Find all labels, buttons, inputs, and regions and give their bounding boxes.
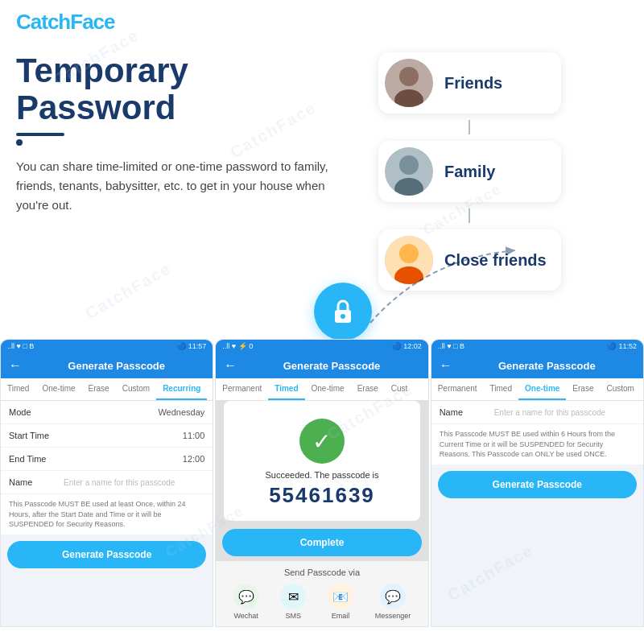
main-content: Temporary Password You can share time-li… bbox=[0, 44, 644, 291]
tab-onetime-1[interactable]: One-time bbox=[35, 378, 81, 400]
share-title: Send Passcode via bbox=[222, 568, 421, 577]
field-mode: Mode Wednesday bbox=[1, 401, 213, 424]
generate-btn-1[interactable]: Generate Passcode bbox=[7, 541, 206, 568]
field-start-time: Start Time 11:00 bbox=[1, 424, 213, 448]
hero-title: Temporary Password bbox=[16, 52, 362, 126]
svg-point-1 bbox=[399, 67, 419, 86]
title-bar-2: ← Generate Passcode bbox=[216, 353, 427, 378]
title-bar-1: ← Generate Passcode bbox=[1, 353, 213, 378]
complete-btn[interactable]: Complete bbox=[222, 529, 421, 556]
avatar-friends bbox=[385, 59, 433, 107]
svg-point-10 bbox=[341, 314, 345, 319]
lock-area bbox=[121, 291, 644, 339]
share-email[interactable]: 📧 Email bbox=[328, 584, 353, 620]
logo-face: Face bbox=[70, 10, 114, 34]
person-label-friends: Friends bbox=[444, 74, 502, 93]
tab-recurring-1[interactable]: Recurring bbox=[156, 378, 207, 400]
title-bar-3: ← Generate Passcode bbox=[431, 353, 643, 378]
field-name-1[interactable]: Name Enter a name for this passcode bbox=[1, 471, 213, 494]
left-section: Temporary Password You can share time-li… bbox=[16, 52, 362, 291]
tabs-row-2: Permanent Timed One-time Erase Cust bbox=[216, 378, 427, 401]
tabs-row-1: Timed One-time Erase Custom Recurring bbox=[1, 378, 213, 401]
tab-custom-3[interactable]: Custom bbox=[600, 378, 640, 400]
form-note-3: This Passcode MUST BE used within 6 Hour… bbox=[431, 424, 643, 464]
tab-erase-2[interactable]: Erase bbox=[351, 378, 385, 400]
share-wechat[interactable]: 💬 Wechat bbox=[233, 584, 259, 620]
status-bar-1: ..ll ♥ □ B 🔵 11:57 bbox=[1, 340, 213, 353]
form-note-1: This Passcode MUST BE used at least Once… bbox=[1, 494, 213, 535]
hero-description: You can share time-limited or one-time p… bbox=[16, 157, 330, 215]
logo-catch: Catch bbox=[16, 10, 70, 34]
phone-screen-2: ..ll ♥ ⚡ 0 🔵 12:02 ← Generate Passcode P… bbox=[215, 339, 428, 627]
generate-btn-3[interactable]: Generate Passcode bbox=[438, 471, 637, 498]
title-underline bbox=[16, 133, 64, 136]
tab-onetime-3[interactable]: One-time bbox=[518, 378, 566, 400]
phone-screen-3: ..ll ♥ □ B 🔵 11:52 ← Generate Passcode P… bbox=[431, 339, 644, 627]
share-icons-row: 💬 Wechat ✉ SMS 📧 Email bbox=[222, 584, 421, 620]
connector-2 bbox=[378, 208, 561, 223]
person-card-family: Family bbox=[378, 141, 561, 202]
field-end-time: End Time 12:00 bbox=[1, 448, 213, 471]
tab-onetime-2[interactable]: One-time bbox=[305, 378, 351, 400]
tab-custom-1[interactable]: Custom bbox=[116, 378, 156, 400]
screen-title-1: Generate Passcode bbox=[28, 360, 204, 372]
logo: CatchFace bbox=[16, 10, 115, 35]
tab-erase-3[interactable]: Erase bbox=[566, 378, 600, 400]
tab-erase-1[interactable]: Erase bbox=[82, 378, 116, 400]
share-section: Send Passcode via 💬 Wechat ✉ SMS 📧 bbox=[216, 561, 427, 626]
tab-cust-2[interactable]: Cust bbox=[385, 378, 415, 400]
passcode-display: 55461639 bbox=[224, 483, 419, 508]
tab-perm-2[interactable]: Permanent bbox=[216, 378, 268, 400]
status-bar-3: ..ll ♥ □ B 🔵 11:52 bbox=[431, 340, 643, 353]
back-arrow-1[interactable]: ← bbox=[9, 358, 22, 373]
back-arrow-3[interactable]: ← bbox=[440, 358, 452, 373]
share-messenger[interactable]: 💬 Messenger bbox=[375, 584, 411, 620]
screen-title-3: Generate Passcode bbox=[459, 360, 635, 372]
title-block: Temporary Password bbox=[16, 52, 362, 146]
back-arrow-2[interactable]: ← bbox=[224, 358, 237, 373]
tab-timed-2[interactable]: Timed bbox=[268, 378, 304, 400]
person-label-family: Family bbox=[444, 163, 495, 181]
share-sms[interactable]: ✉ SMS bbox=[280, 584, 306, 620]
title-dot bbox=[16, 139, 23, 146]
screen-title-2: Generate Passcode bbox=[243, 360, 419, 372]
tab-timed-3[interactable]: Timed bbox=[484, 378, 518, 400]
status-bar-2: ..ll ♥ ⚡ 0 🔵 12:02 bbox=[216, 340, 427, 353]
success-icon-wrap: ✓ bbox=[224, 419, 419, 464]
svg-point-4 bbox=[399, 155, 419, 175]
success-text: Succeeded. The passcode is bbox=[224, 470, 419, 480]
phone-screen-1: ..ll ♥ □ B 🔵 11:57 ← Generate Passcode T… bbox=[0, 339, 213, 627]
field-name-3[interactable]: Name Enter a name for this passcode bbox=[431, 401, 643, 424]
tab-timed-1[interactable]: Timed bbox=[1, 378, 35, 400]
tab-perm-3[interactable]: Permanent bbox=[431, 378, 484, 400]
tabs-row-3: Permanent Timed One-time Erase Custom bbox=[431, 378, 643, 401]
avatar-family bbox=[385, 147, 433, 196]
screen2-inner: ✓ Succeeded. The passcode is 55461639 bbox=[224, 401, 419, 521]
connector-1 bbox=[378, 120, 561, 134]
header: CatchFace bbox=[0, 0, 644, 44]
phones-row: ..ll ♥ □ B 🔵 11:57 ← Generate Passcode T… bbox=[0, 339, 644, 627]
person-card-friends: Friends bbox=[378, 52, 561, 114]
success-circle: ✓ bbox=[299, 419, 345, 464]
